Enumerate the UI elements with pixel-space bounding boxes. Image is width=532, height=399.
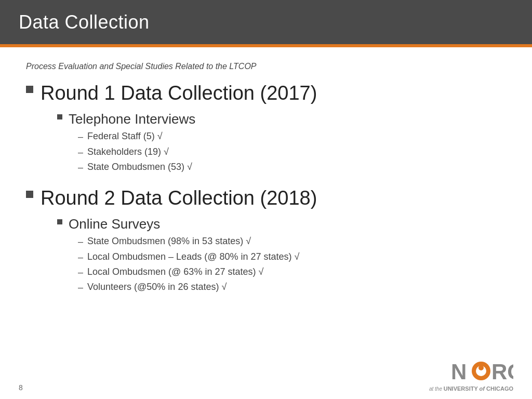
detail-federal-staff: – Federal Staff (5) √ bbox=[78, 130, 506, 143]
detail-volunteers: – Volunteers (@50% in 26 states) √ bbox=[78, 281, 506, 294]
dash-2: – bbox=[78, 146, 83, 159]
detail-federal-staff-text: Federal Staff (5) √ bbox=[87, 130, 163, 143]
online-surveys-marker bbox=[57, 219, 62, 224]
online-surveys-label: Online Surveys bbox=[69, 216, 160, 233]
detail-local-leads: – Local Ombudsmen – Leads (@ 80% in 27 s… bbox=[78, 250, 506, 264]
norc-logo-container: N RC at the UNIVERSITY of CHICAGO bbox=[429, 360, 513, 392]
detail-local-ombudsmen-text: Local Ombudsmen (@ 63% in 27 states) √ bbox=[87, 265, 263, 278]
slide-header: Data Collection bbox=[0, 0, 532, 44]
svg-text:N: N bbox=[451, 360, 467, 384]
round2-label: Round 2 Data Collection (2018) bbox=[41, 187, 317, 210]
slide-footer: 8 N RC at the UNIVERSITY of CHICAGO bbox=[0, 355, 532, 399]
dash-6: – bbox=[78, 266, 83, 279]
round1-marker bbox=[26, 86, 33, 93]
university-text: at the UNIVERSITY of CHICAGO bbox=[429, 385, 513, 392]
svg-text:RC: RC bbox=[491, 360, 513, 384]
slide: Data Collection Process Evaluation and S… bbox=[0, 0, 532, 399]
online-surveys-bullet: Online Surveys bbox=[57, 216, 506, 233]
svg-point-3 bbox=[478, 365, 484, 370]
dash-3: – bbox=[78, 161, 83, 174]
detail-local-ombudsmen: – Local Ombudsmen (@ 63% in 27 states) √ bbox=[78, 265, 506, 279]
online-surveys-section: Online Surveys – State Ombudsmen (98% in… bbox=[57, 216, 506, 295]
detail-state-ombudsmen-r2-text: State Ombudsmen (98% in 53 states) √ bbox=[87, 235, 251, 248]
slide-title: Data Collection bbox=[19, 11, 150, 33]
at-the-text: at the bbox=[429, 386, 444, 392]
round1-label: Round 1 Data Collection (2017) bbox=[41, 82, 317, 105]
telephone-interviews-label: Telephone Interviews bbox=[69, 111, 195, 128]
dash-5: – bbox=[78, 251, 83, 264]
detail-stakeholders-text: Stakeholders (19) √ bbox=[87, 145, 169, 158]
dash-1: – bbox=[78, 130, 83, 143]
subtitle-text: Process Evaluation and Special Studies R… bbox=[26, 62, 506, 71]
round2-bullet: Round 2 Data Collection (2018) bbox=[26, 187, 506, 210]
telephone-interviews-bullet: Telephone Interviews bbox=[57, 111, 506, 128]
university-name: UNIVERSITY of CHICAGO bbox=[444, 385, 513, 392]
telephone-details: – Federal Staff (5) √ – Stakeholders (19… bbox=[78, 130, 506, 174]
detail-state-ombudsmen-r1-text: State Ombudsmen (53) √ bbox=[87, 161, 192, 174]
telephone-interviews-marker bbox=[57, 114, 62, 119]
round2-marker bbox=[26, 191, 33, 198]
round1-bullet: Round 1 Data Collection (2017) bbox=[26, 82, 506, 105]
norc-logo-svg: N RC bbox=[451, 360, 513, 384]
detail-volunteers-text: Volunteers (@50% in 26 states) √ bbox=[87, 281, 227, 294]
page-number: 8 bbox=[19, 383, 23, 392]
telephone-interviews-section: Telephone Interviews – Federal Staff (5)… bbox=[57, 111, 506, 174]
detail-state-ombudsmen-r2: – State Ombudsmen (98% in 53 states) √ bbox=[78, 235, 506, 248]
detail-stakeholders: – Stakeholders (19) √ bbox=[78, 145, 506, 159]
online-surveys-details: – State Ombudsmen (98% in 53 states) √ –… bbox=[78, 235, 506, 294]
slide-content: Process Evaluation and Special Studies R… bbox=[0, 47, 532, 355]
detail-local-leads-text: Local Ombudsmen – Leads (@ 80% in 27 sta… bbox=[87, 250, 299, 263]
dash-4: – bbox=[78, 235, 83, 248]
detail-state-ombudsmen-r1: – State Ombudsmen (53) √ bbox=[78, 161, 506, 174]
dash-7: – bbox=[78, 281, 83, 294]
round1-section: Round 1 Data Collection (2017) Telephone… bbox=[26, 82, 506, 178]
round2-section: Round 2 Data Collection (2018) Online Su… bbox=[26, 187, 506, 298]
